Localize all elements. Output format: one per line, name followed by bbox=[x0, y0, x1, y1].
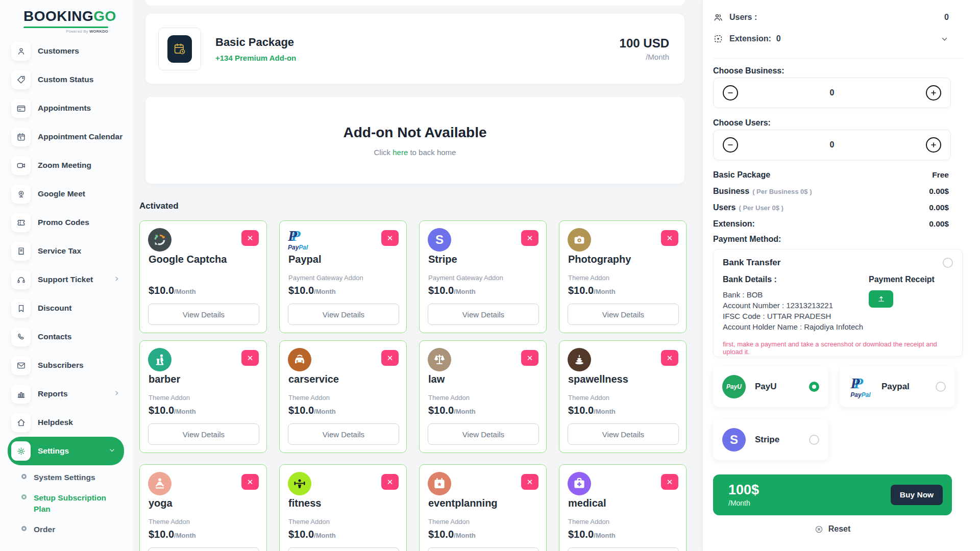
bookmark-icon bbox=[11, 298, 31, 318]
addon-price: $10.0/Month bbox=[568, 405, 616, 416]
sidebar-item-promo-codes[interactable]: Promo Codes bbox=[0, 208, 133, 237]
premium-addon-count[interactable]: +134 Premium Add-on bbox=[215, 54, 620, 62]
back-home-link[interactable]: here bbox=[393, 148, 408, 157]
sidebar-menu: Customers Custom Status Appointments App… bbox=[0, 37, 133, 465]
remove-addon-button[interactable]: ✕ bbox=[521, 230, 538, 246]
sidebar-item-service-tax[interactable]: Service Tax bbox=[0, 237, 133, 265]
reset-icon bbox=[815, 525, 823, 534]
addon-not-available-card: Add-on Not Available Click here to back … bbox=[145, 97, 684, 184]
remove-addon-button[interactable]: ✕ bbox=[381, 230, 399, 246]
view-details-button[interactable]: View Details bbox=[148, 547, 259, 551]
view-details-button[interactable]: View Details bbox=[568, 304, 679, 325]
account-holder-name: Account Holder Name : Rajodiya Infotech bbox=[723, 321, 869, 332]
reset-button[interactable]: Reset bbox=[713, 524, 952, 534]
stripe-icon: S bbox=[722, 428, 746, 452]
users-minus-button[interactable] bbox=[723, 137, 738, 153]
sidebar-item-discount[interactable]: Discount bbox=[0, 294, 133, 322]
paypal-icon: PPPayPal bbox=[849, 375, 872, 398]
ifsc-code: IFSC Code : UTTAR PRADESH bbox=[723, 311, 869, 321]
submenu-item-order[interactable]: Order bbox=[0, 519, 133, 540]
view-details-button[interactable]: View Details bbox=[428, 304, 539, 325]
upload-receipt-button[interactable] bbox=[869, 290, 893, 308]
addon-price: $10.0/Month bbox=[428, 285, 476, 296]
method-card-payu[interactable]: PayU PayU bbox=[713, 366, 828, 407]
view-details-button[interactable]: View Details bbox=[288, 304, 399, 325]
paypal-radio[interactable] bbox=[936, 382, 946, 392]
buy-now-button[interactable]: Buy Now bbox=[891, 485, 943, 505]
addon-card-yoga: ✕ yoga Theme Addon $10.0/Month View Deta… bbox=[139, 464, 267, 551]
bank-transfer-card: Bank Transfer Bank Details : Bank : BOB … bbox=[713, 249, 963, 357]
remove-addon-button[interactable]: ✕ bbox=[381, 474, 399, 490]
submenu-item-system-settings[interactable]: System Settings bbox=[0, 467, 133, 488]
chevron-right-icon bbox=[113, 275, 120, 285]
extension-row[interactable]: Extension: 0 bbox=[713, 34, 949, 44]
webcam-icon bbox=[11, 184, 31, 204]
addon-price: $10.0/Month bbox=[568, 529, 616, 540]
sidebar-item-appointment-calendar[interactable]: Appointment Calendar bbox=[0, 122, 133, 151]
chevron-down-icon bbox=[108, 446, 116, 456]
method-card-paypal[interactable]: PPPayPal Paypal bbox=[840, 366, 955, 407]
sidebar-item-settings[interactable]: Settings bbox=[8, 437, 124, 465]
mail-icon bbox=[11, 356, 31, 375]
brand-logo[interactable]: BOOKINGGO Powered By WORKDO bbox=[23, 8, 108, 34]
sidebar-item-appointments[interactable]: Appointments bbox=[0, 94, 133, 122]
users-plus-button[interactable] bbox=[926, 137, 941, 153]
remove-addon-button[interactable]: ✕ bbox=[661, 350, 678, 366]
sidebar-item-contacts[interactable]: Contacts bbox=[0, 322, 133, 351]
sidebar-item-google-meet[interactable]: Google Meet bbox=[0, 180, 133, 208]
bank-name: Bank : BOB bbox=[723, 289, 869, 300]
remove-addon-button[interactable]: ✕ bbox=[661, 230, 678, 246]
summary-row-extension: Extension: 0.00$ bbox=[713, 219, 949, 229]
addon-price: $10.0/Month bbox=[149, 285, 196, 296]
addon-card-google-captcha: ✕ Google Captcha $10.0/Month View Detail… bbox=[139, 220, 267, 333]
main-content: Basic Package +134 Premium Add-on 100 US… bbox=[133, 0, 703, 551]
bank-transfer-radio[interactable] bbox=[943, 258, 953, 268]
barber-icon bbox=[148, 348, 172, 371]
remove-addon-button[interactable]: ✕ bbox=[381, 350, 399, 366]
submenu-item-setup-subscription-plan[interactable]: Setup Subscription Plan bbox=[0, 488, 133, 519]
bank-transfer-note: first, make a payment and take a screens… bbox=[723, 340, 953, 356]
sidebar-item-custom-status[interactable]: Custom Status bbox=[0, 65, 133, 94]
view-details-button[interactable]: View Details bbox=[288, 547, 399, 551]
sidebar-item-customers[interactable]: Customers bbox=[0, 37, 133, 65]
chevron-down-icon[interactable] bbox=[940, 35, 949, 43]
remove-addon-button[interactable]: ✕ bbox=[241, 474, 259, 490]
sidebar-item-support-ticket[interactable]: Support Ticket bbox=[0, 265, 133, 294]
addon-card-law: ✕ law Theme Addon $10.0/Month View Detai… bbox=[419, 340, 547, 453]
sidebar-item-subscribers[interactable]: Subscribers bbox=[0, 351, 133, 380]
payu-radio[interactable] bbox=[809, 382, 819, 392]
view-details-button[interactable]: View Details bbox=[568, 547, 679, 551]
remove-addon-button[interactable]: ✕ bbox=[241, 230, 259, 246]
view-details-button[interactable]: View Details bbox=[288, 423, 399, 445]
sidebar-item-zoom-meeting[interactable]: Zoom Meeting bbox=[0, 151, 133, 180]
payu-icon: PayU bbox=[722, 375, 746, 398]
sidebar-item-helpdesk[interactable]: Helpdesk bbox=[0, 408, 133, 437]
remove-addon-button[interactable]: ✕ bbox=[661, 474, 678, 490]
business-minus-button[interactable] bbox=[723, 85, 738, 101]
method-card-stripe[interactable]: S Stripe bbox=[713, 419, 828, 460]
stripe-radio[interactable] bbox=[809, 435, 819, 445]
business-plus-button[interactable] bbox=[926, 85, 941, 101]
view-details-button[interactable]: View Details bbox=[428, 423, 539, 445]
view-details-button[interactable]: View Details bbox=[148, 304, 259, 325]
google-captcha-icon bbox=[148, 228, 172, 252]
package-price: 100 USD bbox=[620, 36, 669, 51]
choose-business-stepper: 0 bbox=[713, 78, 951, 108]
addon-price: $10.0/Month bbox=[568, 285, 616, 296]
addon-card-stripe: S ✕ Stripe Payment Gateway Addon $10.0/M… bbox=[419, 220, 547, 333]
remove-addon-button[interactable]: ✕ bbox=[521, 474, 538, 490]
sidebar: BOOKINGGO Powered By WORKDO Customers Cu… bbox=[0, 0, 133, 551]
addon-price: $10.0/Month bbox=[149, 529, 196, 540]
total-period: /Month bbox=[728, 499, 759, 507]
view-details-button[interactable]: View Details bbox=[428, 547, 539, 551]
bank-details-label: Bank Details : bbox=[723, 275, 869, 284]
bank-transfer-title: Bank Transfer bbox=[723, 258, 780, 268]
addon-price: $10.0/Month bbox=[149, 405, 196, 416]
gear-icon bbox=[11, 441, 31, 461]
view-details-button[interactable]: View Details bbox=[568, 423, 679, 445]
sidebar-item-reports[interactable]: Reports bbox=[0, 380, 133, 408]
choose-users-label: Choose Users: bbox=[713, 118, 771, 128]
remove-addon-button[interactable]: ✕ bbox=[521, 350, 538, 366]
view-details-button[interactable]: View Details bbox=[148, 423, 259, 445]
remove-addon-button[interactable]: ✕ bbox=[241, 350, 259, 366]
